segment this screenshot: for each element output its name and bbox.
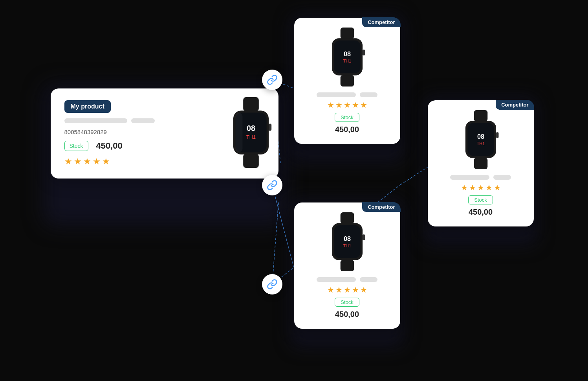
star-2: ★: [74, 156, 82, 167]
star-1: ★: [64, 156, 72, 167]
svg-rect-13: [269, 124, 271, 131]
placeholder-bar-short: [131, 118, 155, 123]
comp2-stars: ★ ★ ★ ★ ★: [304, 285, 390, 294]
svg-rect-16: [340, 75, 354, 86]
svg-rect-8: [243, 154, 259, 168]
svg-text:08: 08: [246, 124, 255, 133]
comp-card-2-content: 08 TH1 ★ ★ ★ ★ ★ Stock 450,00: [304, 212, 390, 319]
link-icon-1[interactable]: [262, 70, 282, 90]
comp-card-1-content: 08 TH1 ★ ★ ★ ★ ★ Stock 450,00: [304, 28, 390, 134]
competitor-card-2: Competitor 08 TH1 ★ ★ ★ ★ ★: [294, 202, 400, 329]
svg-text:TH1: TH1: [246, 134, 256, 140]
comp3-placeholder-row: [438, 175, 524, 180]
svg-rect-14: [235, 113, 242, 153]
stock-badge: Stock: [64, 141, 88, 151]
comp1-stars: ★ ★ ★ ★ ★: [304, 100, 390, 110]
comp1-bar-long: [317, 92, 356, 97]
link-icon-3[interactable]: [262, 274, 282, 294]
competitor-badge-2: Competitor: [362, 202, 400, 212]
competitor-badge-3: Competitor: [496, 100, 534, 110]
comp3-stock-badge: Stock: [438, 195, 524, 208]
svg-text:TH1: TH1: [343, 243, 351, 248]
competitor-card-1: Competitor 08 TH1 ★ ★ ★ ★ ★: [294, 18, 400, 144]
star-5-half: ★: [102, 156, 110, 167]
comp1-stock-badge: Stock: [304, 113, 390, 125]
svg-rect-23: [340, 260, 354, 271]
svg-rect-21: [363, 50, 365, 55]
comp1-bar-short: [360, 92, 377, 97]
svg-text:08: 08: [477, 133, 484, 140]
competitor-badge-1: Competitor: [362, 17, 400, 27]
comp-card-3-content: 08 TH1 ★ ★ ★ ★ ★ Stock 450,00: [438, 110, 524, 217]
watch-image: 08 TH1: [220, 97, 282, 169]
link-icon-2[interactable]: [262, 175, 282, 195]
comp1-price: 450,00: [304, 125, 390, 134]
competitor-card-3: Competitor 08 TH1 ★ ★ ★ ★ ★: [428, 100, 534, 226]
my-product-badge: My product: [64, 100, 111, 113]
svg-rect-22: [340, 212, 354, 224]
svg-text:TH1: TH1: [343, 59, 351, 63]
comp3-stars: ★ ★ ★ ★ ★: [438, 183, 524, 192]
svg-text:08: 08: [343, 235, 350, 242]
star-4: ★: [93, 156, 101, 167]
svg-rect-30: [474, 157, 487, 169]
comp2-stock-badge: Stock: [304, 298, 390, 310]
my-product-card: My product 8005848392829 Stock 450,00 ★ …: [51, 88, 278, 179]
svg-rect-35: [496, 132, 498, 138]
svg-rect-29: [474, 110, 487, 121]
comp2-placeholder-row: [304, 277, 390, 282]
star-3: ★: [83, 156, 91, 167]
svg-rect-15: [340, 28, 354, 39]
comp2-price: 450,00: [304, 310, 390, 319]
comp3-price: 450,00: [438, 208, 524, 217]
svg-text:08: 08: [343, 50, 350, 57]
svg-rect-7: [243, 97, 259, 111]
svg-text:TH1: TH1: [476, 141, 485, 146]
price: 450,00: [96, 141, 123, 151]
placeholder-bar-long: [64, 118, 127, 123]
comp1-placeholder-row: [304, 92, 390, 97]
svg-rect-28: [363, 234, 365, 240]
